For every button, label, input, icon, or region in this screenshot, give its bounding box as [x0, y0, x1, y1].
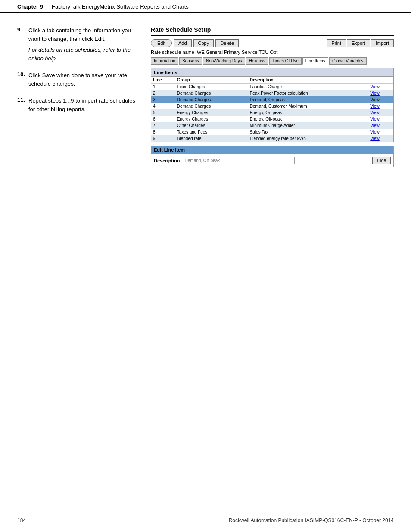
panel-title: Rate Schedule Setup: [151, 26, 394, 36]
cell-description: Energy, Off-peak: [248, 116, 369, 122]
table-header-row: Line Group Description: [151, 77, 393, 84]
view-link[interactable]: View: [370, 136, 380, 141]
step-10-text: Click Save when done to save your rate s…: [28, 72, 127, 87]
cell-view[interactable]: View: [368, 103, 393, 109]
cell-group: Other Charges: [175, 122, 248, 129]
col-line: Line: [151, 77, 175, 84]
export-button[interactable]: Export: [347, 39, 370, 47]
cell-view[interactable]: View: [368, 84, 393, 90]
col-view: [368, 77, 393, 84]
step-11-number: 11.: [17, 96, 26, 113]
step-9-text: Click a tab containing the information y…: [28, 27, 131, 42]
chapter-label: Chapter 9: [17, 3, 43, 10]
step-9-note: For details on rate schedules, refer to …: [28, 46, 138, 62]
toolbar-right: Print Export Import: [327, 39, 394, 47]
table-row[interactable]: 3Demand ChargesDemand, On-peakView: [151, 96, 393, 103]
description-input[interactable]: [183, 157, 295, 164]
cell-group: Fixed Charges: [175, 84, 248, 90]
view-link[interactable]: View: [370, 130, 380, 134]
view-link[interactable]: View: [370, 110, 380, 115]
instructions-column: 9. Click a tab containing the informatio…: [17, 26, 138, 167]
cell-line: 3: [151, 96, 175, 103]
table-row[interactable]: 6Energy ChargesEnergy, Off-peakView: [151, 116, 393, 122]
table-row[interactable]: 1Fixed ChargesFacilities ChargeView: [151, 84, 393, 90]
step-9-number: 9.: [17, 26, 26, 62]
cell-description: Sales Tax: [248, 129, 369, 135]
page-header: Chapter 9 FactoryTalk EnergyMetrix Softw…: [0, 0, 411, 13]
cell-line: 2: [151, 90, 175, 96]
tab-non-working-days[interactable]: Non-Working Days: [203, 57, 245, 65]
cell-view[interactable]: View: [368, 129, 393, 135]
edit-button[interactable]: Edit: [151, 39, 172, 47]
edit-line-header: Edit Line Item: [151, 146, 393, 154]
cell-view[interactable]: View: [368, 109, 393, 116]
page-footer: 184 Rockwell Automation Publication IASI…: [0, 517, 411, 523]
view-link[interactable]: View: [370, 97, 380, 102]
cell-group: Demand Charges: [175, 103, 248, 109]
view-link[interactable]: View: [370, 104, 380, 109]
description-label: Description: [154, 158, 180, 163]
add-button[interactable]: Add: [174, 39, 192, 47]
cell-group: Demand Charges: [175, 96, 248, 103]
col-group: Group: [175, 77, 248, 84]
step-9: 9. Click a tab containing the informatio…: [17, 26, 138, 62]
rate-name-row: Rate schedule name: WE General Primary S…: [151, 50, 394, 55]
col-description: Description: [248, 77, 369, 84]
table-row[interactable]: 8Taxes and FeesSales TaxView: [151, 129, 393, 135]
cell-description: Peak Power Factor calculation: [248, 90, 369, 96]
view-link[interactable]: View: [370, 123, 380, 128]
cell-group: Blended rate: [175, 135, 248, 142]
line-items-header: Line Items: [151, 68, 393, 77]
table-row[interactable]: 2Demand ChargesPeak Power Factor calcula…: [151, 90, 393, 96]
table-row[interactable]: 9Blended rateBlended energy rate per kWh…: [151, 135, 393, 142]
cell-line: 5: [151, 109, 175, 116]
delete-button[interactable]: Delete: [215, 39, 239, 47]
view-link[interactable]: View: [370, 117, 380, 121]
table-row[interactable]: 4Demand ChargesDemand, Customer MaximumV…: [151, 103, 393, 109]
step-10: 10. Click Save when done to save your ra…: [17, 71, 138, 88]
print-button[interactable]: Print: [327, 39, 346, 47]
line-items-container: Line Items Line Group Description 1Fixed…: [151, 68, 394, 142]
cell-description: Demand, Customer Maximum: [248, 103, 369, 109]
page-number: 184: [17, 517, 26, 523]
cell-description: Facilities Charge: [248, 84, 369, 90]
edit-line-body: Description Hide: [151, 154, 393, 167]
view-link[interactable]: View: [370, 91, 380, 96]
main-content: 9. Click a tab containing the informatio…: [0, 13, 411, 184]
table-row[interactable]: 5Energy ChargesEnergy, On-peakView: [151, 109, 393, 116]
cell-description: Energy, On-peak: [248, 109, 369, 116]
tab-global-variables[interactable]: Global Variables: [329, 57, 367, 65]
import-button[interactable]: Import: [371, 39, 394, 47]
step-11: 11. Repeat steps 1...9 to import rate sc…: [17, 96, 138, 113]
step-11-text: Repeat steps 1...9 to import rate schedu…: [28, 97, 135, 112]
table-row[interactable]: 7Other ChargesMinimum Charge AdderView: [151, 122, 393, 129]
tab-holidays[interactable]: Holidays: [246, 57, 268, 65]
cell-view[interactable]: View: [368, 135, 393, 142]
cell-line: 8: [151, 129, 175, 135]
publication-info: Rockwell Automation Publication IASIMP-Q…: [229, 517, 394, 523]
toolbar: Edit Add Copy Delete Print Export Import: [151, 39, 394, 47]
edit-line-item-section: Edit Line Item Description Hide: [151, 146, 394, 167]
tab-seasons[interactable]: Seasons: [179, 57, 202, 65]
cell-group: Energy Charges: [175, 109, 248, 116]
cell-line: 1: [151, 84, 175, 90]
cell-group: Energy Charges: [175, 116, 248, 122]
cell-description: Blended energy rate per kWh: [248, 135, 369, 142]
cell-group: Taxes and Fees: [175, 129, 248, 135]
cell-line: 9: [151, 135, 175, 142]
tabs-row: Information Seasons Non-Working Days Hol…: [151, 57, 394, 65]
copy-button[interactable]: Copy: [193, 39, 214, 47]
hide-button[interactable]: Hide: [372, 157, 391, 164]
tab-line-items[interactable]: Line Items: [302, 57, 328, 65]
tab-information[interactable]: Information: [151, 57, 178, 65]
rate-name-value: WE General Primary Service TOU Opt: [197, 50, 277, 55]
cell-view[interactable]: View: [368, 90, 393, 96]
tab-times-of-use[interactable]: Times Of Use: [269, 57, 302, 65]
cell-view[interactable]: View: [368, 122, 393, 129]
step-10-number: 10.: [17, 71, 26, 88]
cell-line: 6: [151, 116, 175, 122]
view-link[interactable]: View: [370, 84, 380, 89]
cell-view[interactable]: View: [368, 96, 393, 103]
cell-view[interactable]: View: [368, 116, 393, 122]
cell-line: 4: [151, 103, 175, 109]
